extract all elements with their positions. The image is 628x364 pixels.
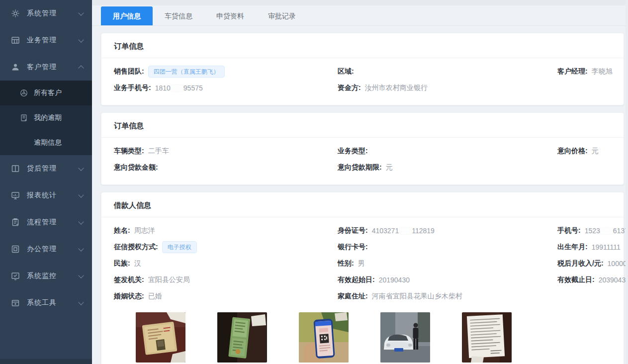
monitor-icon [11, 191, 20, 200]
redaction-box [171, 85, 183, 91]
monitor-check-icon [11, 272, 20, 280]
field-birth-date: 出生年月: 19911111 [557, 243, 621, 252]
notebook-icon [20, 114, 28, 122]
sidebar-item-all-customers[interactable]: 所有客户 [0, 81, 92, 105]
sidebar-item-system-monitoring[interactable]: 系统监控 [0, 263, 92, 289]
field-region: 区域: [338, 67, 557, 76]
sidebar-item-report-statistics[interactable]: 报表统计 [0, 182, 92, 209]
box-plus-icon [11, 298, 20, 307]
field-credit-auth-method: 征信授权方式: 电子授权 [114, 241, 338, 253]
field-funder: 资金方: 汝州市农村商业银行 [338, 84, 557, 92]
field-monthly-income: 税后月收入/元: 10000 [557, 259, 627, 268]
field-issuing-authority: 签发机关: 宜阳县公安局 [114, 275, 338, 284]
top-strip [92, 0, 628, 5]
sidebar-item-office-management[interactable]: 办公管理 [0, 236, 92, 263]
field-home-address: 家庭住址: 河南省宜阳县花果山乡木柴村 [338, 292, 557, 301]
gear-icon [11, 9, 20, 18]
user-icon [11, 63, 20, 72]
detail-tabbar: 用户信息 车贷信息 申贷资料 审批记录 [92, 5, 628, 26]
field-bank-card: 银行卡号: [338, 243, 557, 252]
sidebar-item-label: 贷后管理 [27, 164, 79, 173]
sidebar-item-system-management[interactable]: 系统管理 [0, 0, 92, 27]
sidebar-item-label: 流程管理 [27, 218, 79, 227]
square-icon [11, 245, 20, 254]
field-marital-status: 婚姻状态: 已婚 [114, 292, 338, 301]
id-card-photo[interactable] [136, 312, 185, 363]
photo-item: 人车合影 [380, 312, 430, 364]
redaction-box [601, 228, 613, 234]
photo-item: 其他材料 [462, 312, 512, 364]
sidebar-item-label: 所有客户 [34, 89, 62, 97]
customer-management-submenu: 所有客户 我的逾期 逾期信息 [0, 81, 92, 155]
scrollbar-track[interactable] [626, 0, 628, 364]
field-intent-loan-term: 意向贷款期限: 元 [338, 163, 557, 172]
sidebar-item-system-tools[interactable]: 系统工具 [0, 289, 92, 316]
photo-item: 驾驶证照片 [217, 312, 267, 364]
field-gender: 性别: 男 [338, 259, 557, 268]
sidebar-item-label: 报表统计 [27, 191, 79, 200]
green-booklet-photo[interactable] [217, 312, 267, 363]
tab-loan-application-docs[interactable]: 申贷资料 [204, 6, 256, 25]
chevron-down-icon [78, 10, 84, 15]
sidebar-item-label: 我的逾期 [34, 113, 62, 122]
order-info-card-2: 订单信息 车辆类型: 二手车 业务类型: 意向价格: 元 [101, 112, 624, 185]
phone-qr-photo[interactable] [299, 312, 349, 363]
sidebar: 系统管理 业务管理 客户管理 所有客户 [0, 0, 92, 364]
sidebar-item-label: 系统工具 [27, 298, 79, 307]
wheel-icon [20, 89, 28, 97]
credit-auth-tag: 电子授权 [162, 241, 197, 253]
card-title: 借款人信息 [101, 192, 624, 217]
tab-user-info[interactable]: 用户信息 [101, 6, 153, 25]
sidebar-item-label: 业务管理 [27, 36, 79, 45]
field-business-phone: 业务手机号: 181095575 [114, 84, 338, 92]
field-id-number: 身份证号: 4103271112819 [338, 226, 557, 235]
card-title: 订单信息 [101, 33, 624, 58]
chevron-down-icon [78, 165, 84, 171]
chevron-up-icon [78, 65, 84, 71]
field-account-manager: 客户经理: 李晓旭 [557, 67, 613, 76]
field-ethnicity: 民族: 汉 [114, 259, 338, 268]
handwritten-document-photo[interactable] [462, 312, 512, 363]
field-business-type: 业务类型: [338, 147, 557, 156]
sidebar-item-process-management[interactable]: 流程管理 [0, 209, 92, 236]
field-intent-loan-amount: 意向贷款金额: [114, 163, 338, 172]
main-content: 用户信息 车贷信息 申贷资料 审批记录 订单信息 销售团队: 四团一营（直属王鹏… [92, 0, 628, 364]
book-icon [11, 164, 20, 173]
borrower-info-card: 借款人信息 姓名: 周志洋 身份证号: 4103271112819 手机号: 1… [101, 192, 624, 364]
field-valid-to: 有效截止日: 20390430 [557, 275, 628, 284]
document-photos-row: 本人照 [114, 304, 611, 364]
chevron-down-icon [78, 273, 84, 278]
photo-item: 授权书照片 [299, 312, 349, 364]
sidebar-item-label: 办公管理 [27, 245, 79, 254]
card-title: 订单信息 [101, 113, 624, 138]
field-name: 姓名: 周志洋 [114, 226, 338, 235]
chevron-down-icon [78, 246, 84, 251]
chevron-down-icon [78, 299, 84, 305]
field-vehicle-type: 车辆类型: 二手车 [114, 147, 338, 156]
chevron-down-icon [78, 37, 84, 42]
sidebar-item-customer-management[interactable]: 客户管理 [0, 54, 92, 81]
grid-icon [11, 36, 20, 45]
tab-approval-records[interactable]: 审批记录 [256, 6, 308, 25]
field-mobile: 手机号: 15236137 [557, 226, 628, 235]
sidebar-item-postloan-management[interactable]: 贷后管理 [0, 155, 92, 182]
sales-team-tag[interactable]: 四团一营（直属王鹏飞） [148, 66, 225, 78]
app-window: 系统管理 业务管理 客户管理 所有客户 [0, 0, 628, 364]
redaction-box [399, 228, 411, 234]
person-with-car-photo[interactable] [380, 312, 430, 363]
chevron-down-icon [78, 192, 84, 197]
tab-car-loan-info[interactable]: 车贷信息 [153, 6, 204, 25]
sidebar-item-overdue-info[interactable]: 逾期信息 [0, 130, 92, 155]
field-sales-team: 销售团队: 四团一营（直属王鹏飞） [114, 66, 338, 78]
photo-item: 本人照 [136, 312, 185, 364]
chevron-down-icon [78, 219, 84, 224]
sidebar-item-label: 逾期信息 [34, 138, 62, 147]
sidebar-item-label: 系统监控 [27, 272, 79, 280]
sidebar-item-business-management[interactable]: 业务管理 [0, 27, 92, 54]
field-intent-price: 意向价格: 元 [557, 147, 611, 156]
sidebar-item-label: 客户管理 [27, 63, 79, 72]
sidebar-footer-bar [0, 359, 92, 364]
clipboard-icon [11, 218, 20, 227]
field-valid-from: 有效起始日: 20190430 [338, 275, 557, 284]
sidebar-item-my-overdue[interactable]: 我的逾期 [0, 105, 92, 130]
